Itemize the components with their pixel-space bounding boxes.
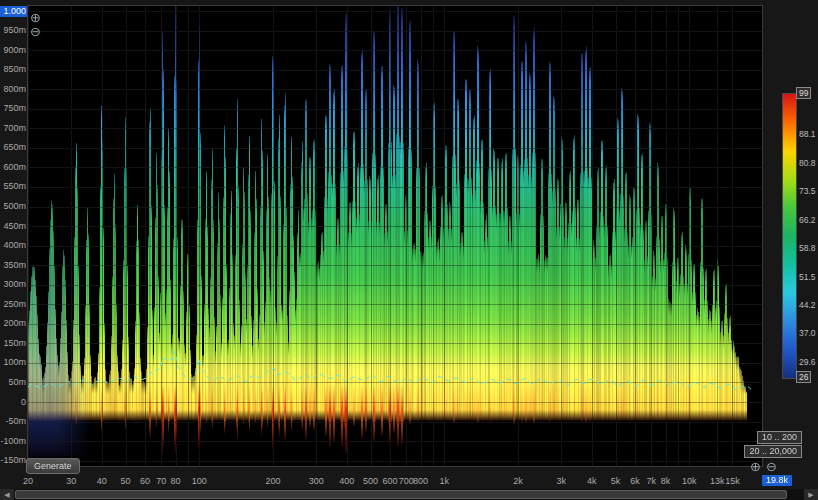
zoom-in-icon[interactable]: ⊕ [30, 11, 41, 24]
y-axis-label: -50m [5, 416, 26, 427]
y-axis-label: 850m [3, 64, 26, 75]
level-range-box[interactable]: 10 .. 200 [757, 431, 802, 444]
scroll-left-arrow[interactable]: ◀ [0, 489, 14, 500]
y-axis-label: 50m [8, 377, 26, 388]
x-axis-label: 40 [97, 476, 107, 486]
x-axis-label: 600 [382, 476, 397, 486]
colorbar-label: 51.5 [799, 272, 816, 283]
x-axis-label: 30 [66, 476, 76, 486]
y-axis-label: 200m [3, 318, 26, 329]
zoom-out-icon-bottom[interactable]: ⊖ [766, 460, 777, 473]
y-max-value-box[interactable]: 1.000 [0, 6, 27, 17]
y-axis-label: 500m [3, 201, 26, 212]
y-axis-label: 750m [3, 103, 26, 114]
colorbar-label: 58.8 [799, 243, 816, 254]
x-axis-label: 100 [192, 476, 207, 486]
y-axis-label: 800m [3, 84, 26, 95]
x-axis-label: 5k [611, 476, 621, 486]
colorbar-max-box[interactable]: 99 [796, 87, 811, 99]
colorbar-label: 66.2 [799, 215, 816, 226]
scroll-thumb[interactable] [15, 490, 787, 499]
y-axis-label: 150m [3, 338, 26, 349]
x-axis-label: 200 [266, 476, 281, 486]
y-axis-label: 0 [21, 397, 26, 408]
x-axis-label: 8k [661, 476, 671, 486]
x-axis-label: 6k [630, 476, 640, 486]
zoom-out-icon[interactable]: ⊖ [30, 25, 41, 38]
x-axis-label: 1k [440, 476, 450, 486]
y-axis-label: 900m [3, 45, 26, 56]
x-axis-label: 700 [399, 476, 414, 486]
x-axis-label: 15k [725, 476, 740, 486]
y-axis-label: 550m [3, 181, 26, 192]
x-axis: 203040506070801002003004005006007008001k… [0, 476, 818, 488]
zoom-in-icon-bottom[interactable]: ⊕ [750, 460, 761, 473]
colorbar-min-box[interactable]: 26 [796, 371, 811, 383]
y-axis-label: 700m [3, 123, 26, 134]
x-axis-label: 3k [556, 476, 566, 486]
x-axis-label: 4k [587, 476, 597, 486]
colorbar-gradient [782, 93, 797, 379]
x-axis-label: 2k [513, 476, 523, 486]
x-axis-label: 500 [363, 476, 378, 486]
y-axis-label: 400m [3, 240, 26, 251]
x-axis-label: 800 [413, 476, 428, 486]
y-axis-label: 950m [3, 25, 26, 36]
x-axis-label: 70 [156, 476, 166, 486]
x-axis-label: 400 [339, 476, 354, 486]
scroll-right-arrow[interactable]: ▶ [804, 489, 818, 500]
colorbar-label: 88.1 [799, 129, 816, 140]
spectrum-canvas[interactable] [28, 6, 762, 466]
y-axis-label: -100m [0, 436, 26, 447]
x-axis-label: 60 [140, 476, 150, 486]
y-axis-label: 650m [3, 142, 26, 153]
colorbar-label: 29.6 [799, 357, 816, 368]
y-axis: 1.000950m900m850m800m750m700m650m600m550… [0, 0, 27, 500]
y-axis-label: 350m [3, 260, 26, 271]
x-axis-label: 10k [682, 476, 697, 486]
x-axis-label: 80 [171, 476, 181, 486]
x-axis-label: 7k [647, 476, 657, 486]
frequency-range-box[interactable]: 20 .. 20,000 [744, 445, 802, 458]
x-max-value-box[interactable]: 19.8k [762, 475, 792, 486]
y-axis-label: -150m [0, 455, 26, 466]
colorbar-label: 37.0 [799, 328, 816, 339]
analyzer-window: 1.000950m900m850m800m750m700m650m600m550… [0, 0, 818, 500]
horizontal-scrollbar[interactable]: ◀ ▶ [0, 489, 818, 500]
y-axis-label: 250m [3, 299, 26, 310]
plot-area [27, 5, 763, 467]
generate-button[interactable]: Generate [26, 458, 80, 474]
y-axis-label: 300m [3, 279, 26, 290]
x-axis-label: 300 [309, 476, 324, 486]
y-axis-label: 600m [3, 162, 26, 173]
y-axis-label: 100m [3, 357, 26, 368]
x-axis-label: 50 [120, 476, 130, 486]
y-axis-label: 450m [3, 221, 26, 232]
colorbar-label: 80.8 [799, 158, 816, 169]
x-axis-label: 13k [710, 476, 725, 486]
colorbar-label: 44.2 [799, 300, 816, 311]
colorbar-label: 73.5 [799, 186, 816, 197]
x-axis-label: 20 [23, 476, 33, 486]
